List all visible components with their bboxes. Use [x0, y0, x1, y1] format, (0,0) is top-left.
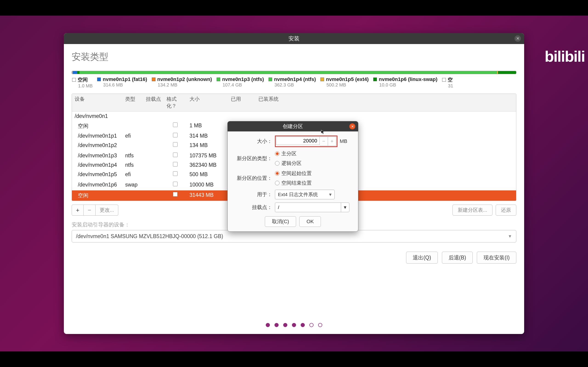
window-title: 安装 [288, 35, 300, 42]
dialog-titlebar: 创建分区 ✕ [228, 121, 358, 131]
create-partition-dialog: 创建分区 ✕ 大小： − + MB 新分区的类型： [227, 121, 358, 232]
dialog-title: 创建分区 [283, 123, 303, 130]
legend-item: nvme0n1p2 (unknown)134.2 MB [152, 76, 212, 89]
use-as-label: 用于： [233, 191, 272, 198]
chevron-down-icon: ▾ [344, 204, 346, 210]
legend-item: 空闲1.0 MB [72, 76, 93, 89]
format-checkbox[interactable] [173, 123, 178, 127]
radio-loc-begin-label: 空间起始位置 [281, 170, 312, 177]
format-checkbox[interactable] [173, 182, 178, 186]
use-as-value: Ext4 日志文件系统 [278, 191, 318, 198]
radio-primary-label: 主分区 [281, 150, 296, 157]
mount-point-dropdown-button[interactable]: ▾ [341, 202, 349, 212]
size-decrement-button[interactable]: − [320, 137, 328, 146]
add-partition-button[interactable]: + [72, 205, 84, 216]
pager-dot [266, 323, 270, 327]
radio-logical-input[interactable] [275, 161, 279, 166]
legend-item: nvme0n1p3 (ntfs)107.4 GB [216, 76, 264, 89]
partition-location-label: 新分区的位置： [233, 175, 272, 182]
change-partition-button[interactable]: 更改... [95, 205, 118, 216]
size-spinbox: − + [275, 135, 337, 147]
table-header: 设备 类型 挂载点 格式化？ 大小 已用 已装系统 [72, 94, 516, 111]
page-title: 安装类型 [71, 50, 517, 63]
pager-dot [318, 323, 322, 327]
col-device: 设备 [72, 94, 122, 111]
partition-segment [73, 71, 77, 74]
chevron-down-icon: ▼ [508, 234, 512, 239]
mount-point-input[interactable] [278, 205, 338, 210]
radio-logical-label: 逻辑分区 [281, 160, 302, 167]
radio-logical[interactable]: 逻辑分区 [275, 160, 302, 167]
size-unit: MB [340, 138, 347, 144]
bootloader-select[interactable]: /dev/nvme0n1 SAMSUNG MZVLB512HBJQ-00000 … [72, 230, 516, 242]
partition-segment [79, 71, 177, 74]
window-titlebar: 安装 ✕ [64, 33, 524, 44]
table-row[interactable]: /dev/nvme0n1 [72, 111, 516, 121]
radio-loc-end[interactable]: 空间结束位置 [275, 180, 312, 186]
format-checkbox[interactable] [173, 152, 178, 157]
partition-segment [77, 71, 79, 74]
partition-segment [177, 71, 497, 74]
mount-point-label: 挂载点： [233, 204, 272, 211]
pager-dot [292, 323, 296, 327]
radio-primary-input[interactable] [275, 151, 279, 156]
format-checkbox[interactable] [173, 162, 178, 167]
install-now-button[interactable]: 现在安装(I) [477, 252, 516, 264]
remove-partition-button[interactable]: − [84, 205, 95, 216]
format-checkbox[interactable] [173, 133, 178, 137]
format-checkbox[interactable] [173, 192, 178, 197]
back-button[interactable]: 后退(B) [442, 252, 473, 264]
partition-bar: 空闲1.0 MBnvme0n1p1 (fat16)314.6 MBnvme0n1… [72, 71, 516, 89]
col-system: 已装系统 [256, 94, 516, 111]
col-type: 类型 [122, 94, 143, 111]
revert-button[interactable]: 还原 [496, 205, 516, 216]
dialog-cancel-button[interactable]: 取消(C) [265, 216, 296, 227]
bilibili-watermark: bilibili [545, 48, 585, 65]
col-format: 格式化？ [164, 94, 187, 111]
format-checkbox[interactable] [173, 171, 178, 176]
pager-dot [275, 323, 279, 327]
window-close-button[interactable]: ✕ [515, 35, 521, 42]
radio-loc-begin[interactable]: 空间起始位置 [275, 170, 312, 177]
progress-pager [71, 314, 517, 329]
legend-item: nvme0n1p1 (fat16)314.6 MB [97, 76, 147, 89]
mount-point-combo[interactable] [275, 202, 341, 212]
legend-item: nvme0n1p4 (ntfs)362.3 GB [268, 76, 316, 89]
footer-buttons: 退出(Q) 后退(B) 现在安装(I) [72, 252, 516, 264]
size-label: 大小： [233, 138, 272, 145]
format-checkbox[interactable] [173, 142, 178, 147]
radio-loc-end-label: 空间结束位置 [281, 180, 312, 186]
use-as-select[interactable]: Ext4 日志文件系统 ▾ [275, 190, 335, 199]
legend-item: nvme0n1p6 (linux-swap)10.0 GB [373, 76, 438, 89]
size-increment-button[interactable]: + [328, 137, 336, 146]
radio-primary[interactable]: 主分区 [275, 150, 296, 157]
legend-item: 空31 [442, 76, 453, 89]
new-partition-table-button[interactable]: 新建分区表... [452, 205, 493, 216]
letterbox-bottom [0, 351, 588, 367]
partition-segment [507, 71, 516, 74]
legend-item: nvme0n1p5 (ext4)500.2 MB [320, 76, 369, 89]
pager-dot [283, 323, 287, 327]
partition-segment [498, 71, 507, 74]
quit-button[interactable]: 退出(Q) [406, 252, 438, 264]
size-input[interactable] [276, 137, 320, 145]
partition-type-label: 新分区的类型： [233, 155, 272, 162]
pager-dot [309, 323, 313, 327]
col-size: 大小 [187, 94, 228, 111]
desktop-background: bilibili 安装 ✕ 安装类型 空闲1.0 MBnvme0n1p1 (fa… [0, 16, 588, 351]
letterbox-top [0, 0, 588, 16]
pager-dot [301, 323, 305, 327]
bootloader-value: /dev/nvme0n1 SAMSUNG MZVLB512HBJQ-00000 … [76, 233, 223, 240]
dialog-ok-button[interactable]: OK [299, 216, 321, 227]
col-mount: 挂载点 [143, 94, 164, 111]
radio-loc-end-input[interactable] [275, 181, 279, 185]
radio-loc-begin-input[interactable] [275, 171, 279, 176]
dialog-close-button[interactable]: ✕ [349, 123, 355, 129]
col-used: 已用 [228, 94, 256, 111]
chevron-down-icon: ▾ [329, 192, 332, 197]
